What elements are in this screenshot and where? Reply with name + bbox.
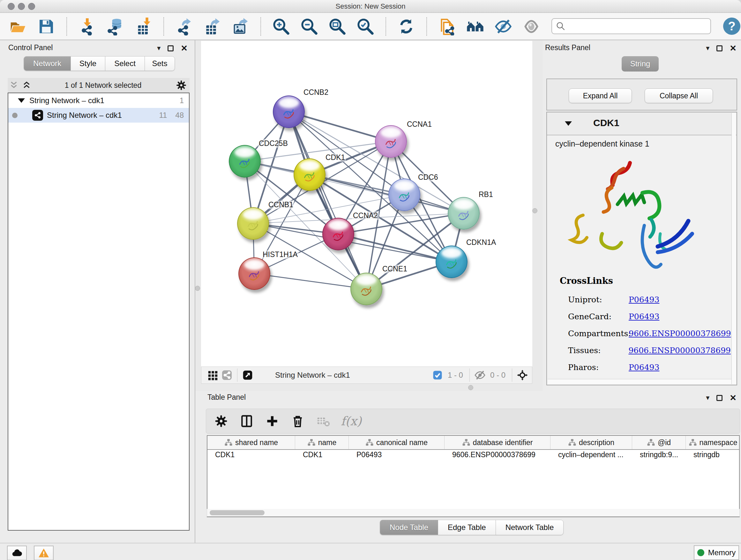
- refresh-view-icon[interactable]: [396, 17, 416, 37]
- zoom-out-icon[interactable]: [299, 17, 319, 37]
- node-RB1[interactable]: [448, 197, 480, 230]
- open-session-icon[interactable]: [8, 17, 28, 37]
- tab-string[interactable]: String: [622, 56, 659, 71]
- add-entry-icon[interactable]: [264, 413, 280, 429]
- results-hscrollbar[interactable]: [548, 379, 732, 384]
- crosslink-value[interactable]: P06493: [629, 295, 659, 304]
- crosslink-value[interactable]: P06493: [629, 363, 659, 372]
- panel-close-icon[interactable]: ✕: [181, 44, 188, 52]
- hidden-eye-slash-icon[interactable]: [473, 368, 487, 382]
- tab-network[interactable]: Network: [23, 56, 71, 71]
- node-CCNB2[interactable]: [273, 96, 305, 128]
- import-table-icon[interactable]: [133, 17, 153, 37]
- collapse-all-networks-icon[interactable]: [8, 80, 20, 90]
- horizontal-splitter-handle[interactable]: [468, 385, 473, 390]
- help-button[interactable]: ?: [723, 17, 740, 35]
- tab-network-table[interactable]: Network Table: [496, 520, 564, 535]
- split-columns-icon[interactable]: [239, 413, 255, 429]
- panel-menu-icon[interactable]: ▾: [706, 394, 710, 401]
- network-collection-row[interactable]: String Network – cdk1 1: [8, 93, 189, 108]
- panel-menu-icon[interactable]: ▾: [706, 45, 710, 52]
- node-table: shared namenamecanonical namedatabase id…: [207, 435, 740, 517]
- tab-style[interactable]: Style: [71, 56, 105, 71]
- export-table-icon[interactable]: [202, 17, 222, 37]
- panel-float-icon[interactable]: [167, 45, 174, 51]
- collapse-all-button[interactable]: Collapse All: [645, 88, 713, 103]
- birdseye-view-icon[interactable]: [241, 368, 255, 382]
- crosshair-pan-icon[interactable]: [515, 368, 529, 382]
- share-network-icon[interactable]: [220, 368, 234, 382]
- export-network-icon[interactable]: [174, 17, 194, 37]
- expand-all-networks-icon[interactable]: [20, 80, 33, 90]
- node-CDK1[interactable]: [293, 159, 326, 191]
- column-header-namespace[interactable]: namespace: [686, 436, 740, 449]
- search-box[interactable]: [551, 18, 711, 34]
- node-CDC6[interactable]: [388, 179, 420, 211]
- node-CCNE1[interactable]: [350, 273, 382, 305]
- table-hscroll-thumb[interactable]: [210, 510, 265, 515]
- panel-menu-icon[interactable]: ▾: [157, 45, 160, 52]
- panel-float-icon[interactable]: [717, 45, 723, 51]
- entry-expand-icon[interactable]: [565, 121, 572, 126]
- import-network-file-icon[interactable]: [77, 17, 97, 37]
- panel-close-icon[interactable]: ✕: [730, 394, 737, 402]
- column-header-shared-name[interactable]: shared name: [207, 436, 295, 449]
- vertical-splitter-handle[interactable]: [195, 286, 200, 291]
- zoom-selected-icon[interactable]: [355, 17, 375, 37]
- import-network-database-icon[interactable]: [105, 17, 125, 37]
- column-header--id[interactable]: @id: [632, 436, 686, 449]
- network-options-gear-icon[interactable]: [173, 79, 190, 91]
- panel-close-icon[interactable]: ✕: [730, 44, 737, 52]
- tab-select[interactable]: Select: [105, 56, 145, 71]
- cloud-button[interactable]: [7, 546, 27, 560]
- selected-checkbox-icon[interactable]: [430, 368, 445, 382]
- collection-expand-icon[interactable]: [18, 98, 25, 103]
- node-CDC25B[interactable]: [229, 145, 261, 178]
- network-row[interactable]: String Network – cdk1 11 48: [8, 108, 189, 123]
- results-vscrollbar[interactable]: [731, 113, 736, 384]
- table-hscrollbar[interactable]: [207, 509, 740, 516]
- node-HIST1H1A[interactable]: [239, 257, 270, 290]
- home-pages-icon[interactable]: [465, 17, 485, 37]
- column-header-database-identifier[interactable]: database identifier: [445, 436, 550, 449]
- grid-view-icon[interactable]: [206, 368, 220, 382]
- toolbar-separator: [66, 17, 67, 36]
- delete-entry-icon[interactable]: [290, 413, 306, 429]
- node-CCNA2[interactable]: [322, 218, 354, 250]
- memory-button[interactable]: Memory: [694, 545, 739, 560]
- column-header-canonical-name[interactable]: canonical name: [349, 436, 445, 449]
- node-label-CCNB1: CCNB1: [267, 200, 294, 209]
- node-CDKN1A[interactable]: [435, 246, 468, 278]
- search-input[interactable]: [566, 20, 711, 33]
- node-CCNB1[interactable]: [237, 207, 269, 240]
- network-view-toolbar: String Network – cdk1 1 - 0 0 - 0: [201, 367, 532, 384]
- table-row[interactable]: CDK1CDK1P064939606.ENSP00000378699cyclin…: [207, 450, 739, 461]
- zoom-in-icon[interactable]: [271, 17, 291, 37]
- vertical-splitter-handle[interactable]: [532, 208, 537, 213]
- table-cell: 9606.ENSP00000378699: [445, 450, 550, 461]
- crosslink-value[interactable]: P06493: [629, 312, 659, 321]
- gene-entry-header[interactable]: CDK1: [547, 112, 737, 135]
- tab-edge-table[interactable]: Edge Table: [438, 520, 496, 535]
- network-canvas[interactable]: CCNB2 CCNA1 CDC25B CDK1 CDC6 RB1 CCNB1 C…: [201, 41, 532, 367]
- tab-sets[interactable]: Sets: [145, 56, 175, 71]
- column-header-name[interactable]: name: [295, 436, 349, 449]
- tab-node-table[interactable]: Node Table: [380, 520, 438, 535]
- node-CCNA1[interactable]: [375, 125, 407, 158]
- zoom-fit-icon[interactable]: [327, 17, 347, 37]
- cloud-icon: [11, 547, 23, 559]
- table-gear-icon[interactable]: [213, 413, 229, 429]
- column-header-description[interactable]: description: [550, 436, 632, 449]
- panel-float-icon[interactable]: [717, 395, 723, 401]
- selected-node-edge-counts: 1 - 0: [448, 371, 463, 380]
- expand-all-button[interactable]: Expand All: [569, 88, 632, 103]
- export-image-icon[interactable]: [230, 17, 250, 37]
- hide-selected-icon[interactable]: [493, 17, 513, 37]
- protein-squiggle: [244, 216, 262, 235]
- share-document-icon[interactable]: [437, 17, 457, 37]
- crosslink-value[interactable]: 9606.ENSP00000378699: [629, 329, 731, 338]
- show-all-icon[interactable]: [522, 17, 541, 37]
- save-session-icon[interactable]: [37, 17, 56, 37]
- warning-button[interactable]: [34, 546, 54, 560]
- crosslink-value[interactable]: 9606.ENSP00000378699: [628, 346, 731, 355]
